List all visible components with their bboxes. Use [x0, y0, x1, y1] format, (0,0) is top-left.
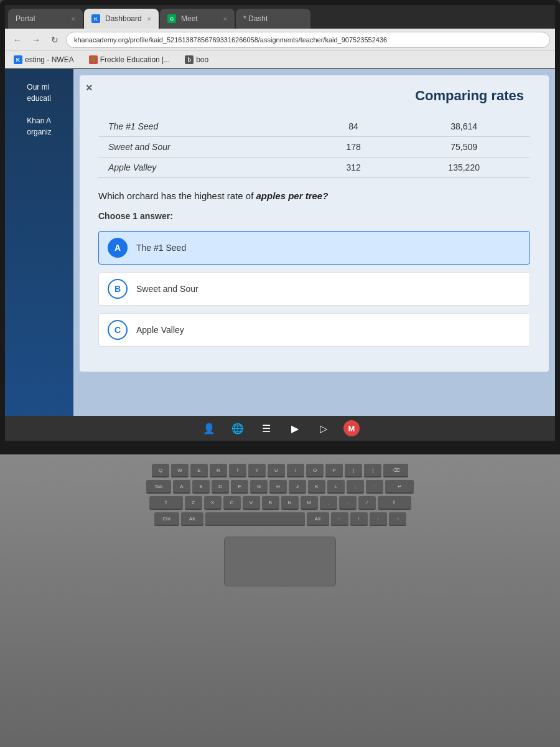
question-text: Which orchard has the highest rate of ap… — [98, 190, 530, 201]
key-v[interactable]: V — [243, 496, 260, 510]
table-row: The #1 Seed 84 38,614 — [98, 116, 530, 137]
key-comma[interactable]: , — [320, 496, 337, 510]
key-m[interactable]: M — [301, 496, 318, 510]
bookmark-freckle[interactable]: 🌿 Freckle Education |... — [85, 54, 174, 65]
key-f[interactable]: F — [231, 480, 248, 494]
key-period[interactable]: . — [339, 496, 357, 510]
key-left[interactable]: ← — [331, 512, 348, 526]
key-z[interactable]: Z — [185, 496, 202, 510]
key-c[interactable]: C — [223, 496, 241, 510]
table-apples-1: 38,614 — [398, 116, 530, 137]
dashboard-tab-label: Dashboard — [105, 14, 142, 23]
key-x[interactable]: X — [204, 496, 222, 510]
touchpad[interactable] — [224, 537, 336, 586]
key-h[interactable]: H — [269, 480, 287, 494]
key-down[interactable]: ↓ — [370, 512, 387, 526]
key-semi[interactable]: ; — [347, 480, 364, 494]
tab-portal[interactable]: Portal × — [8, 9, 83, 29]
key-n[interactable]: N — [281, 496, 299, 510]
key-o[interactable]: O — [306, 464, 324, 477]
option-label-b: Sweet and Sour — [136, 284, 198, 294]
taskbar-chrome-icon[interactable]: 🌐 — [229, 420, 246, 437]
option-label-c: Apple Valley — [136, 325, 184, 335]
option-circle-a: A — [108, 238, 128, 258]
taskbar-user-icon[interactable]: 👤 — [200, 420, 218, 437]
key-k[interactable]: K — [308, 480, 325, 494]
table-apples-3: 135,220 — [398, 157, 530, 178]
key-s[interactable]: S — [192, 480, 210, 494]
answer-options: A The #1 Seed B Sweet and Sour — [98, 231, 530, 347]
key-quote[interactable]: ' — [366, 480, 383, 494]
table-apples-2: 75,509 — [398, 137, 530, 157]
tab-dashboard[interactable]: K Dashboard × — [84, 9, 159, 29]
answer-option-c[interactable]: C Apple Valley — [98, 313, 530, 347]
key-bracket-l[interactable]: [ — [345, 464, 362, 477]
laptop-layout: Portal × K Dashboard × G Meet — [0, 0, 560, 747]
tab-meet-close[interactable]: × — [223, 15, 227, 22]
key-up[interactable]: ↑ — [350, 512, 368, 526]
key-w[interactable]: W — [171, 464, 189, 477]
taskbar-menu-icon[interactable]: ☰ — [258, 420, 275, 437]
browser-chrome: Portal × K Dashboard × G Meet — [5, 5, 555, 69]
key-a[interactable]: A — [173, 480, 190, 494]
tab-bar: Portal × K Dashboard × G Meet — [5, 5, 555, 29]
answer-option-a[interactable]: A The #1 Seed — [98, 231, 530, 265]
close-button[interactable]: × — [86, 82, 93, 95]
key-p[interactable]: P — [325, 464, 343, 477]
key-shift-l[interactable]: ⇧ — [149, 496, 183, 510]
answer-option-b[interactable]: B Sweet and Sour — [98, 272, 530, 306]
choose-label: Choose 1 answer: — [98, 211, 530, 221]
key-u[interactable]: U — [268, 464, 285, 477]
bookmark-boo-icon: b — [185, 55, 194, 64]
back-button[interactable]: ← — [10, 32, 25, 47]
bookmark-esting-label: esting - NWEA — [25, 55, 74, 64]
key-i[interactable]: I — [287, 464, 304, 477]
dasht-tab-label: * Dasht — [243, 14, 268, 23]
meet-favicon: G — [167, 14, 176, 23]
taskbar-play-icon[interactable]: ▶ — [286, 420, 304, 437]
sidebar-organiz: organiz — [27, 126, 51, 138]
question-title: Comparing rates — [98, 88, 530, 104]
key-t[interactable]: T — [229, 464, 246, 477]
key-slash[interactable]: / — [358, 496, 376, 510]
key-bracket-r[interactable]: ] — [364, 464, 381, 477]
bookmark-boo-label: boo — [196, 55, 208, 64]
key-l[interactable]: L — [327, 480, 345, 494]
key-e[interactable]: E — [190, 464, 208, 477]
bookmark-esting-nwea[interactable]: K esting - NWEA — [10, 54, 78, 65]
refresh-button[interactable]: ↻ — [47, 32, 62, 47]
key-r[interactable]: R — [210, 464, 227, 477]
address-input[interactable] — [66, 32, 550, 48]
key-alt-r[interactable]: Alt — [307, 512, 329, 526]
key-d[interactable]: D — [212, 480, 229, 494]
table-trees-1: 84 — [309, 116, 398, 137]
key-space[interactable] — [205, 512, 305, 526]
tab-portal-close[interactable]: × — [72, 15, 75, 22]
taskbar-arrow-icon[interactable]: ▷ — [315, 420, 332, 437]
tab-dasht[interactable]: * Dasht — [236, 9, 310, 29]
table-trees-3: 312 — [309, 157, 398, 178]
tab-meet[interactable]: G Meet × — [160, 9, 235, 29]
key-alt[interactable]: Alt — [181, 512, 203, 526]
key-shift-r[interactable]: ⇧ — [378, 496, 411, 510]
key-j[interactable]: J — [289, 480, 306, 494]
key-enter[interactable]: ↵ — [385, 480, 414, 494]
forward-button[interactable]: → — [29, 32, 44, 47]
table-row: Apple Valley 312 135,220 — [98, 157, 530, 178]
key-tab[interactable]: Tab — [146, 480, 171, 494]
tab-dashboard-close[interactable]: × — [147, 15, 151, 22]
key-ctrl[interactable]: Ctrl — [154, 512, 179, 526]
key-q[interactable]: Q — [152, 464, 169, 477]
key-g[interactable]: G — [250, 480, 268, 494]
taskbar-gmail-icon[interactable]: M — [343, 420, 360, 436]
bookmark-boo[interactable]: b boo — [181, 54, 212, 65]
page-content: Our mi educati Khan A organiz × Compa — [5, 69, 555, 441]
key-backspace[interactable]: ⌫ — [383, 464, 408, 477]
bookmarks-bar: K esting - NWEA 🌿 Freckle Education |...… — [5, 51, 555, 68]
screen-inner: Portal × K Dashboard × G Meet — [5, 5, 555, 441]
option-circle-c: C — [108, 320, 128, 340]
key-right[interactable]: → — [389, 512, 406, 526]
key-b[interactable]: B — [262, 496, 279, 510]
key-y[interactable]: Y — [248, 464, 266, 477]
sidebar-our-mi: Our mi — [27, 82, 51, 93]
